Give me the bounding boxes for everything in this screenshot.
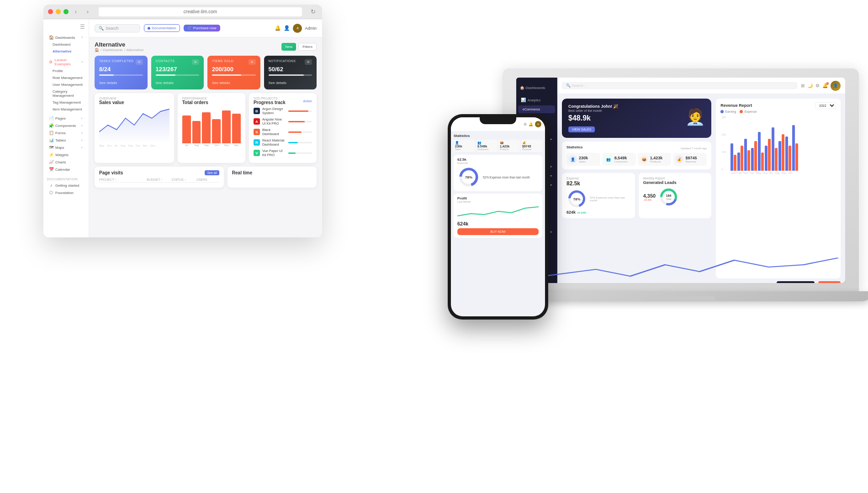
black-name: Black Dashboard bbox=[262, 128, 286, 136]
sidebar-item-user-mgmt[interactable]: User Management bbox=[47, 81, 85, 88]
hamburger-icon[interactable]: ☰ bbox=[43, 23, 89, 33]
orders-bar-chart bbox=[182, 107, 241, 143]
sidebar-item-alternative[interactable]: Alternative bbox=[47, 48, 85, 55]
xlbl-feb: Feb bbox=[737, 172, 741, 174]
back-button[interactable]: ‹ bbox=[71, 7, 80, 16]
progress-track-title: Progress track bbox=[254, 100, 286, 105]
refresh-button[interactable]: ↻ bbox=[308, 7, 318, 16]
sidebar-item-forms[interactable]: 📋 Forms ▸ bbox=[47, 129, 85, 136]
sidebar-item-category-mgmt[interactable]: Category Management bbox=[47, 88, 85, 99]
minimize-dot[interactable] bbox=[56, 9, 61, 14]
page-actions: New Filters bbox=[281, 43, 317, 51]
new-button[interactable]: New bbox=[281, 43, 296, 51]
sidebar-item-foundation[interactable]: ⬡ Foundation bbox=[47, 189, 85, 196]
laptop-avatar[interactable]: 👤 bbox=[831, 81, 841, 91]
ls-ecommerce[interactable]: eCommerce bbox=[518, 105, 555, 113]
phone-buy-button[interactable]: BUY NOW bbox=[457, 228, 539, 235]
expense-card: Expense 82.5k bbox=[562, 173, 635, 218]
user-icon[interactable]: 👤 bbox=[284, 25, 290, 31]
ls-email-arrow: ▸ bbox=[550, 137, 552, 141]
sidebar-item-profile[interactable]: Profile bbox=[47, 68, 85, 74]
earn-bar-aug2 bbox=[778, 141, 781, 171]
laptop-search[interactable]: 🔍 Search... bbox=[562, 82, 797, 89]
phone-bell-icon: 🔔 bbox=[529, 122, 533, 126]
close-dot[interactable] bbox=[48, 9, 53, 14]
user-mgmt-label: User Management bbox=[53, 83, 83, 87]
sales-month-7: Dec bbox=[150, 144, 155, 147]
phone-profit-sub: Last Month bbox=[457, 200, 539, 203]
table-header: PROJECT ↑ BUDGET ↑ STATUS ↑ USERS bbox=[99, 177, 219, 183]
sidebar-item-item-mgmt[interactable]: Item Management bbox=[47, 106, 85, 113]
ls-moon-icon[interactable]: 🌙 bbox=[807, 83, 813, 88]
progress-action-button[interactable]: Action bbox=[303, 97, 312, 105]
buy-now-button[interactable]: BUY NOW bbox=[818, 281, 841, 283]
bell-icon[interactable]: 🔔 bbox=[275, 25, 281, 31]
customers-stat-label: Customers bbox=[614, 160, 628, 163]
item-mgmt-label: Item Management bbox=[53, 107, 82, 111]
ls-bell-icon[interactable]: 🔔3 bbox=[822, 83, 828, 88]
sidebar-item-maps[interactable]: 🗺 Maps ▸ bbox=[47, 144, 85, 151]
phone-screen: ⚙ 🔔 A Statistics 👤 230k Sales bbox=[451, 117, 545, 316]
react-icon: R bbox=[254, 139, 260, 146]
sidebar-item-tables[interactable]: 📊 Tables ▸ bbox=[47, 136, 85, 144]
3d-figure: 🧑‍💼 bbox=[684, 101, 707, 133]
user-avatar[interactable]: A bbox=[293, 24, 302, 33]
purchase-button[interactable]: 🛒 Purchase now bbox=[184, 25, 220, 31]
widgets-label: Widgets bbox=[55, 153, 69, 157]
contacts-link[interactable]: See details bbox=[156, 81, 174, 85]
products-stat-label: Products bbox=[650, 160, 663, 163]
forward-button[interactable]: › bbox=[83, 7, 92, 16]
notif-link[interactable]: See details bbox=[269, 81, 287, 85]
search-box[interactable]: 🔍 Search bbox=[95, 24, 140, 32]
sidebar-item-calendar[interactable]: 📅 Calendar bbox=[47, 166, 85, 173]
th-project: PROJECT ↑ bbox=[99, 178, 145, 181]
expense-legend-label: Expense bbox=[744, 110, 757, 113]
sidebar-item-components[interactable]: 🧩 Components ▸ bbox=[47, 122, 85, 129]
tasks-link[interactable]: See details bbox=[99, 81, 117, 85]
bar-group-may bbox=[758, 132, 764, 171]
items-link[interactable]: See details bbox=[212, 81, 230, 85]
sidebar-item-laravel[interactable]: ⚙ Laravel Examples ▾ bbox=[47, 57, 85, 68]
ls-grid-icon[interactable]: ⊞ bbox=[801, 83, 804, 88]
search-placeholder: Search bbox=[106, 26, 119, 31]
sidebar-item-tag-mgmt[interactable]: Tag Management bbox=[47, 99, 85, 106]
statistics-title: Statistics bbox=[566, 145, 583, 149]
see-all-button[interactable]: See all bbox=[205, 170, 219, 175]
widgets-icon: ⚡ bbox=[49, 152, 53, 157]
sidebar-item-getting-started[interactable]: ♪ Getting started bbox=[47, 182, 85, 189]
year-select[interactable]: 2022 bbox=[815, 102, 836, 109]
phone-avatar: A bbox=[535, 121, 541, 127]
sidebar-item-dashboard[interactable]: Dashboard bbox=[47, 41, 85, 48]
view-sales-button[interactable]: VIEW SALES bbox=[568, 126, 595, 132]
address-bar[interactable]: creative-tim.com bbox=[99, 7, 302, 16]
argon-progress-bar-wrap bbox=[288, 110, 312, 112]
ls-settings-icon[interactable]: ⚙ bbox=[815, 83, 820, 88]
docs-section-title: DOCUMENTATION bbox=[47, 178, 85, 181]
sidebar-item-role-mgmt[interactable]: Role Management bbox=[47, 74, 85, 81]
react-progress-bar bbox=[288, 142, 298, 143]
phone-sales-value: 230k bbox=[455, 145, 474, 148]
sidebar-item-charts[interactable]: 📈 Charts bbox=[47, 158, 85, 166]
phone-customers-icon: 👥 bbox=[477, 141, 482, 145]
tasks-close[interactable]: ✕ bbox=[136, 59, 143, 65]
exp-bar-jul2 bbox=[775, 148, 778, 171]
increase-budget-button[interactable]: INCREASE BUDGET bbox=[777, 281, 815, 283]
documentation-button[interactable]: Documentation bbox=[144, 24, 180, 32]
progress-track-card: 5/25 PROJECTS Progress track Action B Ar… bbox=[249, 93, 317, 163]
filters-button[interactable]: Filters bbox=[298, 43, 317, 51]
phone-donut-info: 52% Expense more than last month bbox=[483, 176, 539, 179]
phone: ⚙ 🔔 A Statistics 👤 230k Sales bbox=[448, 114, 548, 320]
notif-close[interactable]: ✕ bbox=[305, 59, 312, 65]
angular-icon: A bbox=[254, 118, 260, 125]
items-close[interactable]: ✕ bbox=[249, 59, 256, 65]
tasks-value: 8/24 bbox=[99, 66, 143, 73]
contacts-close[interactable]: ✕ bbox=[192, 59, 199, 65]
sidebar-item-pages[interactable]: 📄 Pages ▸ bbox=[47, 115, 85, 122]
maximize-dot[interactable] bbox=[64, 9, 69, 14]
bar-jul bbox=[182, 115, 191, 143]
phone-expense-card: 62.5k Expense 78% 52% Expe bbox=[454, 155, 542, 191]
sidebar-item-dashboards[interactable]: 🏠 Dashboards ▾ bbox=[47, 34, 85, 41]
sidebar-item-widgets[interactable]: ⚡ Widgets bbox=[47, 151, 85, 158]
leads-change: -15.8% bbox=[643, 199, 656, 201]
ls-analytics[interactable]: 📊 Analytics bbox=[516, 95, 557, 105]
